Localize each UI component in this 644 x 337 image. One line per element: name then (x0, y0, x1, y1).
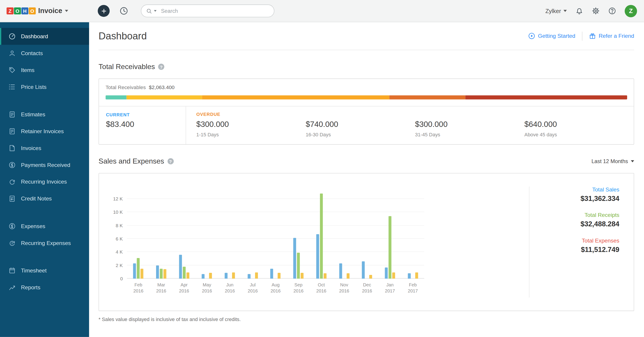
bar-expenses[interactable] (278, 273, 281, 278)
sidebar-item-credit-notes[interactable]: Credit Notes (0, 190, 89, 207)
bar-receipts[interactable] (137, 258, 140, 278)
overdue-bucket-1-15-days[interactable]: $300.0001-15 Days (196, 120, 306, 138)
bar-sales[interactable] (316, 234, 319, 279)
bar-expenses[interactable] (164, 269, 166, 278)
bar-sales[interactable] (385, 267, 388, 278)
org-switcher[interactable]: Zylker (545, 8, 567, 14)
current-column[interactable]: CURRENT $83.400 (99, 106, 186, 144)
retainer-invoices-icon (8, 128, 16, 135)
bar-sales[interactable] (133, 263, 136, 279)
bar-expenses[interactable] (415, 273, 418, 279)
receivables-summary: Total Receivables $2,063.400 (106, 85, 627, 90)
bar-receipts[interactable] (182, 267, 186, 278)
help-circle-icon[interactable] (608, 7, 616, 15)
sidebar-item-label: Price Lists (21, 84, 46, 90)
current-label: CURRENT (106, 112, 186, 117)
sidebar-group: TimesheetReports (0, 262, 89, 296)
bar-sales[interactable] (408, 273, 410, 279)
search-box[interactable] (141, 5, 274, 17)
overdue-bucket-31-45-days[interactable]: $300.00031-45 Days (415, 120, 524, 138)
aging-segment-overdue-1-15[interactable] (126, 95, 202, 99)
bar-expenses[interactable] (232, 272, 235, 278)
bar-expenses[interactable] (324, 273, 326, 279)
zoho-logo: ZOHO (6, 8, 36, 15)
product-caret-down-icon[interactable] (65, 10, 68, 12)
sidebar-item-expenses[interactable]: Expenses (0, 218, 89, 235)
bar-sales[interactable] (339, 263, 342, 279)
bar-sales[interactable] (248, 274, 250, 279)
bar-sales[interactable] (293, 238, 296, 278)
date-range-selector[interactable]: Last 12 Months (592, 158, 634, 164)
sidebar-item-label: Expenses (21, 223, 45, 229)
bar-expenses[interactable] (209, 273, 212, 278)
sidebar-item-invoices[interactable]: Invoices (0, 140, 89, 157)
overdue-area: OVERDUE $300.0001-15 Days$740.00016-30 D… (186, 106, 634, 144)
bucket-period: 31-45 Days (415, 132, 524, 138)
invoices-icon (8, 145, 16, 152)
receivables-breakdown: CURRENT $83.400 OVERDUE $300.0001-15 Day… (99, 106, 634, 144)
receivables-section-head: Total Receivables ? (98, 63, 634, 71)
sidebar-item-dashboard[interactable]: Dashboard (0, 28, 89, 45)
overdue-bucket-16-30-days[interactable]: $740.00016-30 Days (306, 120, 415, 138)
history-icon[interactable] (120, 7, 128, 15)
sidebar-item-estimates[interactable]: Estimates (0, 106, 89, 123)
chart-area: 02 K4 K6 K8 K10 K12 K Feb2016Mar2016Apr2… (99, 173, 529, 311)
main-content: Dashboard Getting StartedRefer a Friend … (89, 22, 644, 337)
bar-sales[interactable] (270, 269, 274, 278)
search-input[interactable] (160, 8, 269, 15)
bar-sales[interactable] (225, 273, 228, 278)
sales-help-icon[interactable]: ? (167, 158, 173, 164)
bucket-period: 1-15 Days (196, 132, 306, 138)
settings-gear-icon[interactable] (592, 7, 600, 15)
play-icon (528, 32, 535, 39)
bar-receipts[interactable] (320, 194, 323, 279)
bar-expenses[interactable] (140, 269, 144, 278)
price-lists-icon (8, 84, 16, 90)
zoho-letter: O (29, 8, 36, 15)
overdue-bucket-above-45-days[interactable]: $640.000Above 45 days (524, 120, 634, 138)
bar-group-sep-2016 (287, 192, 310, 279)
sidebar-item-items[interactable]: Items (0, 62, 89, 79)
app-logo[interactable]: ZOHO Invoice (0, 7, 89, 15)
bar-expenses[interactable] (186, 272, 189, 278)
sidebar-item-price-lists[interactable]: Price Lists (0, 79, 89, 95)
bar-sales[interactable] (156, 265, 159, 278)
sidebar-item-reports[interactable]: Reports (0, 279, 89, 296)
sidebar-item-payments-received[interactable]: Payments Received (0, 157, 89, 173)
reports-icon (8, 284, 16, 291)
bar-sales[interactable] (362, 261, 365, 279)
sidebar-item-label: Timesheet (21, 267, 46, 273)
refer-a-friend-link[interactable]: Refer a Friend (589, 32, 634, 39)
aging-segment-overdue-16-30[interactable] (202, 95, 390, 99)
bar-expenses[interactable] (392, 273, 395, 279)
bar-expenses[interactable] (369, 275, 372, 278)
bar-expenses[interactable] (301, 273, 304, 278)
sidebar-item-recurring-invoices[interactable]: Recurring Invoices (0, 173, 89, 190)
receivables-summary-area: Total Receivables $2,063.400 (99, 79, 634, 106)
bar-receipts[interactable] (388, 216, 392, 278)
receivables-help-icon[interactable]: ? (158, 64, 164, 70)
bar-sales[interactable] (202, 274, 205, 279)
aging-segment-overdue-31-45[interactable] (389, 95, 466, 99)
y-axis-label: 2 K (116, 263, 123, 268)
aging-segment-overdue-above-45[interactable] (466, 95, 627, 99)
credit-notes-icon (8, 195, 16, 202)
receivables-aging-bar (106, 95, 627, 99)
receivables-summary-amount: $2,063.400 (149, 85, 174, 90)
bar-receipts[interactable] (297, 253, 300, 278)
getting-started-link[interactable]: Getting Started (528, 32, 576, 39)
notifications-bell-icon[interactable] (576, 7, 583, 15)
search-scope-caret-icon[interactable] (154, 10, 157, 12)
aging-segment-current[interactable] (106, 95, 126, 99)
bar-sales[interactable] (179, 255, 182, 278)
sidebar-item-contacts[interactable]: Contacts (0, 45, 89, 62)
bar-receipts[interactable] (160, 269, 163, 278)
sidebar-item-recurring-expenses[interactable]: Recurring Expenses (0, 235, 89, 251)
y-axis-label: 4 K (116, 249, 123, 254)
sidebar-item-retainer-invoices[interactable]: Retainer Invoices (0, 123, 89, 140)
bar-expenses[interactable] (346, 273, 350, 279)
sidebar-item-timesheet[interactable]: Timesheet (0, 262, 89, 279)
user-avatar[interactable]: Z (625, 5, 637, 17)
create-new-button[interactable] (98, 5, 110, 17)
bar-expenses[interactable] (255, 273, 258, 279)
